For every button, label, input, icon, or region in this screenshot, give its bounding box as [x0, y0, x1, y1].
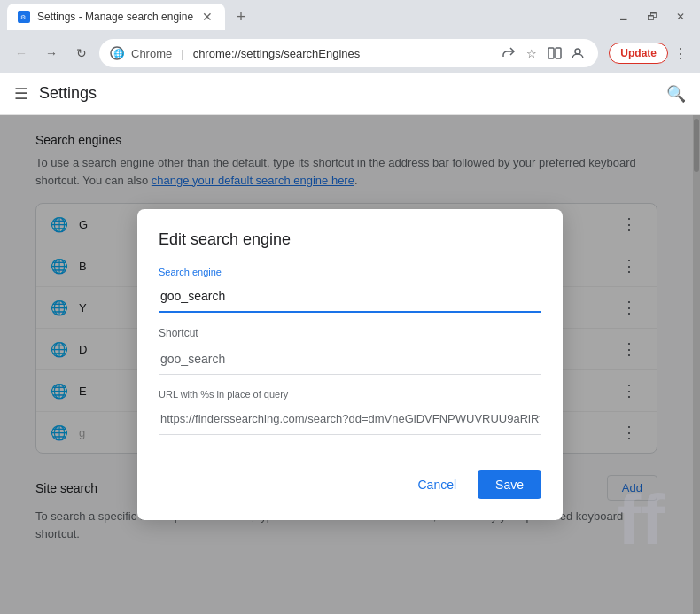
- page-title: Settings: [39, 84, 97, 103]
- watermark: ff: [618, 479, 665, 561]
- url-text: chrome://settings/searchEngines: [193, 47, 493, 60]
- url-separator: |: [181, 47, 183, 60]
- tab-favicon: ⚙: [18, 11, 30, 23]
- svg-text:⚙: ⚙: [20, 14, 26, 20]
- tab-split-icon[interactable]: [545, 43, 564, 63]
- dialog-title: Edit search engine: [159, 230, 541, 249]
- search-engine-field-label: Search engine: [159, 267, 541, 277]
- hamburger-menu-icon[interactable]: ☰: [14, 84, 28, 104]
- title-bar: ⚙ Settings - Manage search engine ✕ + 🗕 …: [0, 0, 700, 34]
- dialog-actions: Cancel Save: [159, 470, 541, 499]
- window-controls: 🗕 🗗 ✕: [611, 9, 693, 25]
- extensions-icon[interactable]: ⋮: [670, 43, 691, 64]
- share-icon[interactable]: [499, 43, 518, 63]
- search-engine-input[interactable]: [159, 281, 541, 313]
- settings-page: ☰ Settings 🔍 Search engines To use a sea…: [0, 73, 700, 614]
- settings-body: Search engines To use a search engine ot…: [0, 115, 700, 614]
- close-button[interactable]: ✕: [668, 9, 693, 25]
- address-bar: ← → ↻ 🌐 Chrome | chrome://settings/searc…: [0, 34, 700, 73]
- toolbar-icons: Update ⋮: [609, 43, 691, 64]
- svg-rect-4: [548, 48, 554, 58]
- edit-search-engine-dialog: Edit search engine Search engine Shortcu…: [137, 209, 563, 520]
- maximize-button[interactable]: 🗗: [640, 9, 665, 25]
- svg-text:🌐: 🌐: [113, 48, 124, 59]
- svg-point-6: [575, 49, 580, 54]
- bookmark-icon[interactable]: ☆: [522, 43, 541, 63]
- address-actions: ☆: [499, 43, 587, 63]
- minimize-button[interactable]: 🗕: [611, 9, 636, 25]
- address-input-wrap[interactable]: 🌐 Chrome | chrome://settings/searchEngin…: [99, 39, 598, 67]
- tab-close-button[interactable]: ✕: [200, 10, 214, 24]
- profile-icon[interactable]: [568, 43, 587, 63]
- dialog-overlay: ff Edit search engine Search engine Shor…: [0, 115, 700, 614]
- forward-button[interactable]: →: [39, 41, 64, 66]
- url-input[interactable]: [159, 403, 541, 435]
- save-button[interactable]: Save: [478, 470, 541, 499]
- back-button[interactable]: ←: [9, 41, 34, 66]
- shortcut-field-label: Shortcut: [159, 327, 541, 339]
- url-field-label: URL with %s in place of query: [159, 389, 541, 400]
- active-tab[interactable]: ⚙ Settings - Manage search engine ✕: [7, 4, 225, 30]
- new-tab-button[interactable]: +: [229, 4, 253, 29]
- search-icon[interactable]: 🔍: [666, 84, 686, 104]
- settings-header: ☰ Settings 🔍: [0, 73, 700, 115]
- site-label: Chrome: [131, 47, 172, 60]
- tab-title: Settings - Manage search engine: [37, 11, 193, 23]
- cancel-button[interactable]: Cancel: [403, 470, 471, 499]
- shortcut-input[interactable]: [159, 343, 541, 375]
- reload-button[interactable]: ↻: [69, 41, 94, 66]
- svg-rect-5: [556, 48, 561, 58]
- site-security-icon: 🌐: [110, 46, 124, 60]
- update-button[interactable]: Update: [609, 43, 668, 64]
